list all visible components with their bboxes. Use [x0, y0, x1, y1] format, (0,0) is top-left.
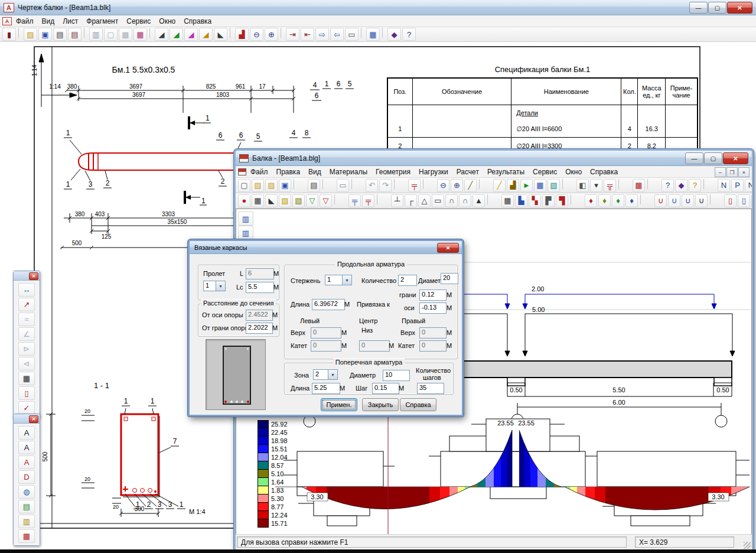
tbeam-icon[interactable]: ╦: [604, 179, 616, 192]
separator[interactable]: [361, 28, 364, 38]
flags-icon[interactable]: ►: [520, 179, 533, 192]
close-icon[interactable]: ✕: [29, 272, 38, 280]
prev-sheet-icon[interactable]: ⇦: [330, 28, 344, 41]
moment-blue-icon[interactable]: ♦: [625, 194, 638, 207]
support-t2-icon[interactable]: ╤: [362, 194, 374, 207]
separator[interactable]: [377, 194, 389, 204]
menu-item[interactable]: Окно: [561, 167, 586, 177]
hatch-icon[interactable]: ▦: [18, 372, 35, 385]
trans-length-field[interactable]: 5.25: [312, 383, 340, 394]
text-doc-red-icon[interactable]: A: [18, 456, 35, 469]
resize-grip[interactable]: [744, 542, 751, 549]
menu-item[interactable]: Нагрузки: [415, 167, 452, 177]
save-icon[interactable]: ▣: [38, 28, 52, 41]
bridge-load2-icon[interactable]: ▚: [529, 194, 541, 207]
dim-axes-icon[interactable]: ⇤: [301, 28, 314, 41]
crane-load-icon[interactable]: ◣: [265, 194, 278, 207]
arch-icon[interactable]: ∩: [445, 194, 458, 207]
axis-anchor-field[interactable]: -0.13: [419, 302, 447, 314]
menu-item[interactable]: Файл: [12, 16, 38, 27]
separator[interactable]: [647, 179, 659, 189]
diameter-field[interactable]: 20: [441, 273, 458, 284]
minimize-button[interactable]: —: [689, 2, 708, 14]
wind-load-icon[interactable]: ▧: [292, 194, 305, 207]
pencil-icon[interactable]: ╱: [493, 179, 506, 192]
tool-hammer-green-icon[interactable]: ◢: [170, 28, 183, 41]
mdi-minimize-icon[interactable]: –: [715, 167, 726, 177]
envelope-black-icon[interactable]: ∪: [695, 194, 708, 207]
menu-item[interactable]: Вид: [304, 167, 325, 177]
delete-sheet-icon[interactable]: ▩: [119, 28, 132, 41]
select-icon[interactable]: ▭: [337, 179, 349, 192]
close-button[interactable]: ✕: [723, 152, 748, 164]
support-roller-icon[interactable]: ┌: [405, 194, 417, 207]
beam-axis-icon[interactable]: ╤: [408, 179, 421, 192]
menu-item[interactable]: Окно: [155, 16, 180, 27]
minimize-button[interactable]: —: [685, 152, 703, 164]
check-doc-icon[interactable]: ✓: [18, 401, 35, 415]
globe-icon[interactable]: ◍: [18, 485, 35, 499]
zone-select[interactable]: 2▼: [313, 369, 338, 380]
separator[interactable]: [294, 179, 305, 189]
mdi-restore-icon[interactable]: ❐: [726, 167, 738, 177]
separator[interactable]: [281, 28, 284, 38]
stirrup-red-icon[interactable]: ▽: [320, 194, 332, 207]
moment-olive-icon[interactable]: ♦: [598, 194, 611, 207]
help-book-icon[interactable]: ◆: [387, 28, 401, 41]
rebar-table-icon[interactable]: ▦: [633, 179, 645, 192]
span-select[interactable]: 1▼: [203, 281, 226, 291]
face-distance-field[interactable]: 2.2022: [246, 323, 273, 334]
angle-lines-icon[interactable]: ∠: [18, 327, 35, 341]
separator[interactable]: [18, 28, 21, 38]
separator[interactable]: [334, 194, 346, 204]
node-left-icon[interactable]: ⊳: [18, 342, 35, 356]
menu-item[interactable]: Справка: [180, 16, 216, 27]
menu-item[interactable]: Файл: [246, 167, 272, 177]
histogram-icon[interactable]: ▟: [507, 179, 519, 192]
undo-icon[interactable]: ↶: [366, 179, 378, 192]
parallel-lines-icon[interactable]: ≈: [18, 313, 35, 326]
tool-hammer-magenta-icon[interactable]: ◢: [184, 28, 198, 41]
dxf-export-icon[interactable]: D: [18, 470, 35, 484]
about-icon[interactable]: ?: [689, 179, 701, 192]
close-icon[interactable]: ✕: [437, 243, 459, 253]
lc-field[interactable]: 5.5: [246, 282, 274, 293]
help-book-icon[interactable]: ◆: [675, 179, 687, 192]
open-recent-icon[interactable]: ▨: [265, 179, 278, 192]
menu-item[interactable]: Расчет: [452, 167, 483, 177]
chevron-down-icon[interactable]: ▼: [328, 370, 337, 379]
envelope-blue-icon[interactable]: ∪: [668, 194, 680, 207]
span-icon[interactable]: ▭: [432, 194, 444, 207]
mdi-close-icon[interactable]: ×: [738, 167, 750, 177]
step-field[interactable]: 0.15: [372, 383, 399, 394]
menu-item[interactable]: Геометрия: [372, 167, 415, 177]
separator[interactable]: [382, 28, 385, 38]
close-icon[interactable]: ✕: [29, 415, 38, 423]
tool-hammer-icon[interactable]: ◢: [155, 28, 168, 41]
back-title-bar[interactable]: A Чертеж балки - [Beam1a.blk] — ▢ ✕: [0, 0, 756, 15]
help-button[interactable]: Справка: [400, 398, 436, 411]
separator[interactable]: [230, 28, 233, 38]
load-span-left-icon[interactable]: ▥: [238, 212, 253, 226]
result-n2-icon[interactable]: N: [745, 179, 752, 192]
palette-header[interactable]: ✕: [14, 271, 40, 281]
rebar-blue-icon[interactable]: ▯: [738, 194, 750, 207]
separator[interactable]: [322, 179, 334, 189]
color-sheet2-icon[interactable]: ▥: [18, 515, 35, 528]
grid-icon[interactable]: ▦: [534, 179, 546, 192]
copy-sheet-icon[interactable]: ▥: [89, 28, 103, 41]
rod-select[interactable]: 1▼: [325, 275, 352, 285]
maximize-button[interactable]: ▢: [704, 152, 722, 164]
new-icon[interactable]: ▢: [238, 179, 250, 192]
sheet-icon[interactable]: ▭: [751, 194, 752, 207]
menu-item[interactable]: Сервис: [122, 16, 155, 27]
tool-hammer-yellow-icon[interactable]: ◢: [199, 28, 213, 41]
leader-arrow-icon[interactable]: ↗: [18, 298, 35, 311]
open-icon[interactable]: ▨: [24, 28, 37, 41]
zoom-out-icon[interactable]: ⊖: [437, 179, 449, 192]
text-style-icon[interactable]: A: [18, 441, 35, 454]
palette-icon[interactable]: ▦: [133, 28, 147, 41]
close-button[interactable]: Закрыть: [362, 398, 399, 411]
context-help-icon[interactable]: ?: [402, 28, 416, 41]
support-t-icon[interactable]: ╤: [348, 194, 361, 207]
